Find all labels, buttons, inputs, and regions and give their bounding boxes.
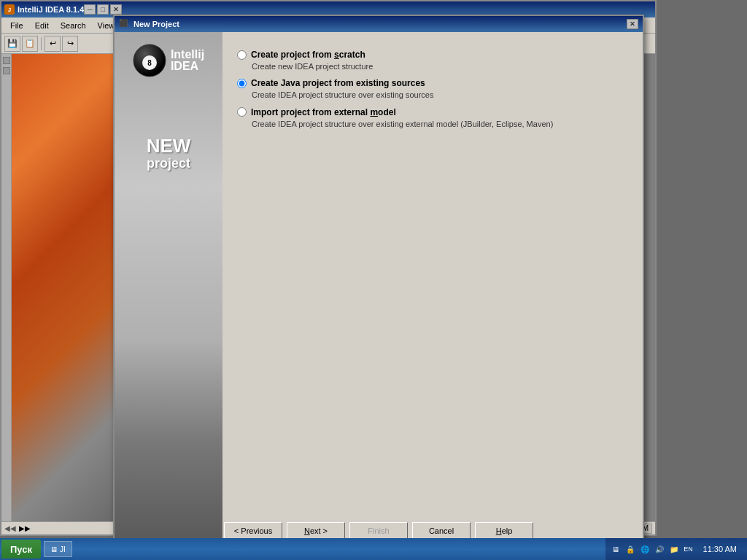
tray-icon-4[interactable]: 🔊: [654, 543, 665, 555]
taskbar: Пуск 🖥 JI 🖥 🔒 🌐 🔊 📁 EN 11:30 AM: [0, 538, 747, 560]
svg-text:8: 8: [147, 59, 152, 67]
option-from-existing: Create Java project from existing source…: [237, 78, 628, 101]
next-button[interactable]: Next >: [287, 522, 345, 540]
radio-from-scratch[interactable]: [237, 50, 247, 60]
tray-icon-3[interactable]: 🌐: [639, 543, 651, 555]
radio-from-existing[interactable]: [237, 79, 247, 88]
taskbar-clock: 11:30 AM: [697, 545, 743, 553]
option-from-model-desc: Create IDEA project structure over exist…: [252, 119, 628, 130]
previous-button[interactable]: < Previous: [224, 522, 282, 540]
cancel-button[interactable]: Cancel: [412, 522, 471, 540]
option-from-existing-text: Create Java project from existing source…: [251, 78, 425, 88]
option-from-scratch-desc: Create new IDEA project structure: [252, 61, 628, 72]
project-type-options: Create project from scratch Create new I…: [237, 50, 628, 136]
taskbar-idea-icon: 🖥: [50, 545, 58, 553]
finish-button[interactable]: Finish: [349, 522, 408, 540]
start-button[interactable]: Пуск: [1, 540, 41, 559]
taskbar-idea-label: JI: [60, 545, 66, 553]
new-project-label: NEW project: [147, 136, 191, 171]
option-from-model-label[interactable]: Import project from external model: [237, 107, 628, 117]
dialog-body: 8 Intellij IDEA NEW project: [115, 32, 643, 545]
help-button[interactable]: Help: [475, 522, 533, 540]
taskbar-idea-item[interactable]: 🖥 JI: [44, 541, 72, 557]
option-from-scratch-label[interactable]: Create project from scratch: [237, 50, 628, 60]
tray-icon-2[interactable]: 🔒: [624, 543, 636, 555]
option-from-scratch: Create project from scratch Create new I…: [237, 50, 628, 72]
dialog-close-btn[interactable]: ✕: [627, 19, 638, 29]
option-from-scratch-text: Create project from scratch: [251, 50, 365, 60]
tray-icon-1[interactable]: 🖥: [610, 543, 622, 555]
dialog-sidebar: 8 Intellij IDEA NEW project: [115, 32, 222, 545]
radio-from-model[interactable]: [237, 107, 247, 117]
next-underline: N: [304, 526, 310, 535]
dialog-main-content: Create project from scratch Create new I…: [222, 32, 643, 545]
option-from-model-text: Import project from external model: [251, 107, 396, 117]
dialog-title: New Project: [133, 20, 179, 28]
option-from-existing-label[interactable]: Create Java project from existing source…: [237, 78, 628, 88]
taskbar-items: 🖥 JI: [44, 538, 605, 560]
intellij-ball-logo: 8: [133, 44, 166, 77]
option-from-existing-desc: Create IDEA project structure over exist…: [252, 90, 628, 101]
dialog-overlay: ⬛ New Project ✕: [0, 0, 657, 536]
dialog-title-icon: ⬛: [119, 19, 129, 29]
option-from-model: Import project from external model Creat…: [237, 107, 628, 130]
dialog-titlebar: ⬛ New Project ✕: [115, 16, 643, 32]
help-underline: H: [496, 526, 502, 535]
new-project-dialog: ⬛ New Project ✕: [113, 15, 644, 547]
tray-icon-5[interactable]: 📁: [668, 543, 680, 555]
intellij-logo-text: Intellij IDEA: [171, 49, 204, 72]
taskbar-tray: 🖥 🔒 🌐 🔊 📁 EN 11:30 AM: [605, 538, 747, 560]
dialog-footer: < Previous Next > Finish Cancel Help: [115, 522, 643, 540]
tray-icon-keyboard[interactable]: EN: [683, 543, 694, 555]
dialog-logo-area: 8 Intellij IDEA: [133, 44, 204, 77]
